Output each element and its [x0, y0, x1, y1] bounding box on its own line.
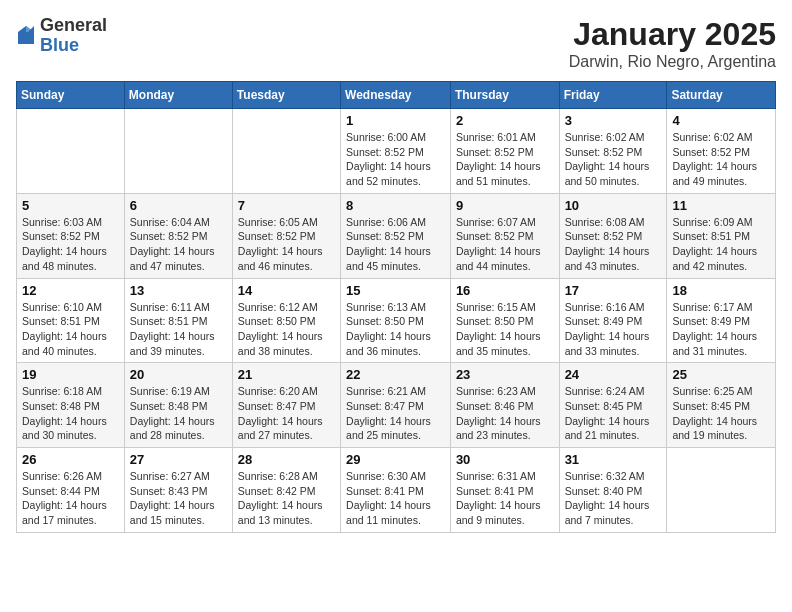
day-info: Sunrise: 6:05 AM Sunset: 8:52 PM Dayligh… — [238, 215, 335, 274]
calendar-cell: 8Sunrise: 6:06 AM Sunset: 8:52 PM Daylig… — [341, 193, 451, 278]
calendar-cell: 6Sunrise: 6:04 AM Sunset: 8:52 PM Daylig… — [124, 193, 232, 278]
logo-blue-text: Blue — [40, 36, 107, 56]
calendar-cell — [667, 448, 776, 533]
day-info: Sunrise: 6:19 AM Sunset: 8:48 PM Dayligh… — [130, 384, 227, 443]
day-number: 23 — [456, 367, 554, 382]
day-info: Sunrise: 6:28 AM Sunset: 8:42 PM Dayligh… — [238, 469, 335, 528]
day-number: 21 — [238, 367, 335, 382]
day-number: 16 — [456, 283, 554, 298]
calendar-cell: 14Sunrise: 6:12 AM Sunset: 8:50 PM Dayli… — [232, 278, 340, 363]
calendar-cell: 21Sunrise: 6:20 AM Sunset: 8:47 PM Dayli… — [232, 363, 340, 448]
day-number: 30 — [456, 452, 554, 467]
page-header: General Blue January 2025 Darwin, Rio Ne… — [16, 16, 776, 71]
weekday-header-sunday: Sunday — [17, 82, 125, 109]
day-info: Sunrise: 6:03 AM Sunset: 8:52 PM Dayligh… — [22, 215, 119, 274]
day-number: 18 — [672, 283, 770, 298]
day-number: 6 — [130, 198, 227, 213]
day-info: Sunrise: 6:25 AM Sunset: 8:45 PM Dayligh… — [672, 384, 770, 443]
calendar-cell: 3Sunrise: 6:02 AM Sunset: 8:52 PM Daylig… — [559, 109, 667, 194]
day-info: Sunrise: 6:21 AM Sunset: 8:47 PM Dayligh… — [346, 384, 445, 443]
day-number: 13 — [130, 283, 227, 298]
calendar-week-row: 26Sunrise: 6:26 AM Sunset: 8:44 PM Dayli… — [17, 448, 776, 533]
day-number: 15 — [346, 283, 445, 298]
calendar-cell: 26Sunrise: 6:26 AM Sunset: 8:44 PM Dayli… — [17, 448, 125, 533]
calendar-cell: 31Sunrise: 6:32 AM Sunset: 8:40 PM Dayli… — [559, 448, 667, 533]
weekday-header-friday: Friday — [559, 82, 667, 109]
day-number: 14 — [238, 283, 335, 298]
day-info: Sunrise: 6:13 AM Sunset: 8:50 PM Dayligh… — [346, 300, 445, 359]
calendar-cell: 16Sunrise: 6:15 AM Sunset: 8:50 PM Dayli… — [450, 278, 559, 363]
calendar-cell — [232, 109, 340, 194]
weekday-header-monday: Monday — [124, 82, 232, 109]
page-subtitle: Darwin, Rio Negro, Argentina — [569, 53, 776, 71]
calendar-cell: 24Sunrise: 6:24 AM Sunset: 8:45 PM Dayli… — [559, 363, 667, 448]
calendar-cell: 30Sunrise: 6:31 AM Sunset: 8:41 PM Dayli… — [450, 448, 559, 533]
day-number: 19 — [22, 367, 119, 382]
day-number: 10 — [565, 198, 662, 213]
day-number: 29 — [346, 452, 445, 467]
day-number: 12 — [22, 283, 119, 298]
title-block: January 2025 Darwin, Rio Negro, Argentin… — [569, 16, 776, 71]
calendar-week-row: 1Sunrise: 6:00 AM Sunset: 8:52 PM Daylig… — [17, 109, 776, 194]
day-number: 17 — [565, 283, 662, 298]
logo-general-text: General — [40, 16, 107, 36]
day-info: Sunrise: 6:17 AM Sunset: 8:49 PM Dayligh… — [672, 300, 770, 359]
calendar-cell: 27Sunrise: 6:27 AM Sunset: 8:43 PM Dayli… — [124, 448, 232, 533]
day-number: 5 — [22, 198, 119, 213]
day-number: 26 — [22, 452, 119, 467]
weekday-header-thursday: Thursday — [450, 82, 559, 109]
logo: General Blue — [16, 16, 107, 56]
calendar-cell: 18Sunrise: 6:17 AM Sunset: 8:49 PM Dayli… — [667, 278, 776, 363]
calendar-cell — [124, 109, 232, 194]
day-info: Sunrise: 6:18 AM Sunset: 8:48 PM Dayligh… — [22, 384, 119, 443]
page-title: January 2025 — [569, 16, 776, 53]
day-info: Sunrise: 6:24 AM Sunset: 8:45 PM Dayligh… — [565, 384, 662, 443]
calendar-cell: 23Sunrise: 6:23 AM Sunset: 8:46 PM Dayli… — [450, 363, 559, 448]
calendar-cell: 12Sunrise: 6:10 AM Sunset: 8:51 PM Dayli… — [17, 278, 125, 363]
logo-text: General Blue — [40, 16, 107, 56]
day-info: Sunrise: 6:01 AM Sunset: 8:52 PM Dayligh… — [456, 130, 554, 189]
calendar-cell: 10Sunrise: 6:08 AM Sunset: 8:52 PM Dayli… — [559, 193, 667, 278]
calendar-cell: 22Sunrise: 6:21 AM Sunset: 8:47 PM Dayli… — [341, 363, 451, 448]
day-info: Sunrise: 6:00 AM Sunset: 8:52 PM Dayligh… — [346, 130, 445, 189]
day-number: 31 — [565, 452, 662, 467]
day-info: Sunrise: 6:10 AM Sunset: 8:51 PM Dayligh… — [22, 300, 119, 359]
day-number: 2 — [456, 113, 554, 128]
calendar-cell: 2Sunrise: 6:01 AM Sunset: 8:52 PM Daylig… — [450, 109, 559, 194]
day-info: Sunrise: 6:12 AM Sunset: 8:50 PM Dayligh… — [238, 300, 335, 359]
calendar-cell: 13Sunrise: 6:11 AM Sunset: 8:51 PM Dayli… — [124, 278, 232, 363]
day-info: Sunrise: 6:06 AM Sunset: 8:52 PM Dayligh… — [346, 215, 445, 274]
day-info: Sunrise: 6:16 AM Sunset: 8:49 PM Dayligh… — [565, 300, 662, 359]
day-info: Sunrise: 6:27 AM Sunset: 8:43 PM Dayligh… — [130, 469, 227, 528]
day-number: 11 — [672, 198, 770, 213]
calendar-cell: 19Sunrise: 6:18 AM Sunset: 8:48 PM Dayli… — [17, 363, 125, 448]
calendar-cell: 11Sunrise: 6:09 AM Sunset: 8:51 PM Dayli… — [667, 193, 776, 278]
day-info: Sunrise: 6:30 AM Sunset: 8:41 PM Dayligh… — [346, 469, 445, 528]
day-number: 7 — [238, 198, 335, 213]
calendar-week-row: 19Sunrise: 6:18 AM Sunset: 8:48 PM Dayli… — [17, 363, 776, 448]
day-number: 3 — [565, 113, 662, 128]
day-info: Sunrise: 6:09 AM Sunset: 8:51 PM Dayligh… — [672, 215, 770, 274]
calendar-week-row: 12Sunrise: 6:10 AM Sunset: 8:51 PM Dayli… — [17, 278, 776, 363]
calendar-cell: 4Sunrise: 6:02 AM Sunset: 8:52 PM Daylig… — [667, 109, 776, 194]
calendar-cell: 7Sunrise: 6:05 AM Sunset: 8:52 PM Daylig… — [232, 193, 340, 278]
logo-icon — [16, 24, 36, 48]
day-number: 20 — [130, 367, 227, 382]
day-info: Sunrise: 6:20 AM Sunset: 8:47 PM Dayligh… — [238, 384, 335, 443]
day-info: Sunrise: 6:32 AM Sunset: 8:40 PM Dayligh… — [565, 469, 662, 528]
day-number: 9 — [456, 198, 554, 213]
day-number: 24 — [565, 367, 662, 382]
day-number: 28 — [238, 452, 335, 467]
calendar-cell: 15Sunrise: 6:13 AM Sunset: 8:50 PM Dayli… — [341, 278, 451, 363]
day-info: Sunrise: 6:02 AM Sunset: 8:52 PM Dayligh… — [565, 130, 662, 189]
day-info: Sunrise: 6:26 AM Sunset: 8:44 PM Dayligh… — [22, 469, 119, 528]
calendar-cell: 17Sunrise: 6:16 AM Sunset: 8:49 PM Dayli… — [559, 278, 667, 363]
day-info: Sunrise: 6:23 AM Sunset: 8:46 PM Dayligh… — [456, 384, 554, 443]
day-info: Sunrise: 6:07 AM Sunset: 8:52 PM Dayligh… — [456, 215, 554, 274]
day-info: Sunrise: 6:04 AM Sunset: 8:52 PM Dayligh… — [130, 215, 227, 274]
weekday-header-saturday: Saturday — [667, 82, 776, 109]
calendar-week-row: 5Sunrise: 6:03 AM Sunset: 8:52 PM Daylig… — [17, 193, 776, 278]
day-info: Sunrise: 6:08 AM Sunset: 8:52 PM Dayligh… — [565, 215, 662, 274]
calendar-cell: 28Sunrise: 6:28 AM Sunset: 8:42 PM Dayli… — [232, 448, 340, 533]
day-info: Sunrise: 6:15 AM Sunset: 8:50 PM Dayligh… — [456, 300, 554, 359]
